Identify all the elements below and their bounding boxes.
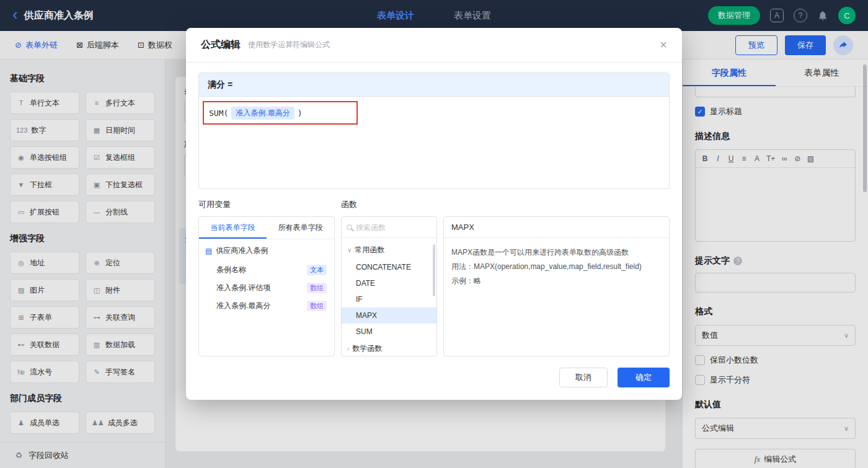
variable-row[interactable]: 准入条例.评估项 数组: [205, 279, 328, 297]
form-root-node[interactable]: ▤ 供应商准入条例: [205, 245, 328, 256]
type-badge-array: 数组: [307, 283, 327, 293]
function-search[interactable]: [342, 217, 436, 238]
function-list-scrollbar[interactable]: [433, 244, 435, 296]
confirm-button[interactable]: 确定: [618, 368, 670, 387]
cancel-button[interactable]: 取消: [559, 368, 608, 387]
function-detail-title: MAPX: [444, 217, 669, 238]
search-icon: [347, 224, 352, 230]
formula-function-text: SUM(: [209, 108, 228, 118]
function-detail-example: 示例：略: [451, 274, 662, 288]
function-item-if[interactable]: IF: [342, 291, 436, 307]
tab-current-form-fields[interactable]: 当前表单字段: [199, 217, 267, 239]
functions-label: 函数: [341, 199, 670, 210]
form-root-label: 供应商准入条例: [216, 245, 268, 256]
function-item-concatenate[interactable]: CONCATENATE: [342, 259, 436, 275]
function-detail-usage: 用法：MAPX(operation,map_value,map_field,re…: [451, 260, 662, 274]
function-group-math[interactable]: › 数学函数: [342, 340, 436, 356]
formula-box: 满分 = SUM( 准入条例.最高分 ): [198, 73, 670, 189]
variable-name: 准入条例.最高分: [216, 301, 270, 311]
variables-panel: 当前表单字段 所有表单字段 ▤ 供应商准入条例 条例名称 文本: [198, 216, 335, 356]
function-group-label: 常用函数: [355, 245, 384, 255]
search-input[interactable]: [356, 223, 432, 232]
variables-label: 可用变量: [198, 199, 341, 210]
variable-row[interactable]: 准入条例.最高分 数组: [205, 297, 328, 315]
dialog-title: 公式编辑: [201, 38, 241, 51]
function-group-common[interactable]: ∨ 常用函数: [342, 241, 436, 259]
chevron-down-icon: ∨: [347, 247, 352, 254]
variable-row[interactable]: 条例名称 文本: [205, 261, 328, 279]
variable-name: 条例名称: [216, 265, 246, 275]
function-detail-panel: MAPX MAPX函数是一个可以用来进行跨表单取数的高级函数 用法：MAPX(o…: [443, 216, 670, 356]
close-icon[interactable]: ×: [660, 38, 667, 52]
formula-target: 满分 =: [199, 73, 669, 97]
chevron-right-icon: ›: [347, 345, 349, 352]
tab-all-form-fields[interactable]: 所有表单字段: [267, 217, 334, 239]
dialog-subtitle: 使用数学运算符编辑公式: [248, 40, 330, 50]
functions-panel: ∨ 常用函数 CONCATENATE DATE IF MAPX SUM › 数学…: [341, 216, 437, 356]
formula-editor[interactable]: SUM( 准入条例.最高分 ): [199, 97, 669, 188]
function-group-label: 数学函数: [352, 343, 382, 354]
type-badge-array: 数组: [307, 301, 327, 311]
function-item-date[interactable]: DATE: [342, 275, 436, 291]
function-item-mapx[interactable]: MAPX: [342, 307, 436, 324]
function-detail-desc: MAPX函数是一个可以用来进行跨表单取数的高级函数: [451, 245, 662, 260]
variable-name: 准入条例.评估项: [216, 283, 270, 293]
function-item-sum[interactable]: SUM: [342, 324, 436, 340]
screen: ‹ 供应商准入条例 表单设计 表单设置 数据管理 A ? C ⊘ 表单外链 ⊠ …: [0, 0, 868, 468]
form-document-icon: ▤: [205, 247, 212, 255]
formula-close-paren: ): [298, 108, 303, 118]
type-badge-text: 文本: [307, 265, 327, 275]
formula-variable-token[interactable]: 准入条例.最高分: [231, 107, 294, 120]
formula-edit-dialog: 公式编辑 使用数学运算符编辑公式 × 满分 = SUM( 准入条例.最高分 ) …: [186, 28, 682, 400]
